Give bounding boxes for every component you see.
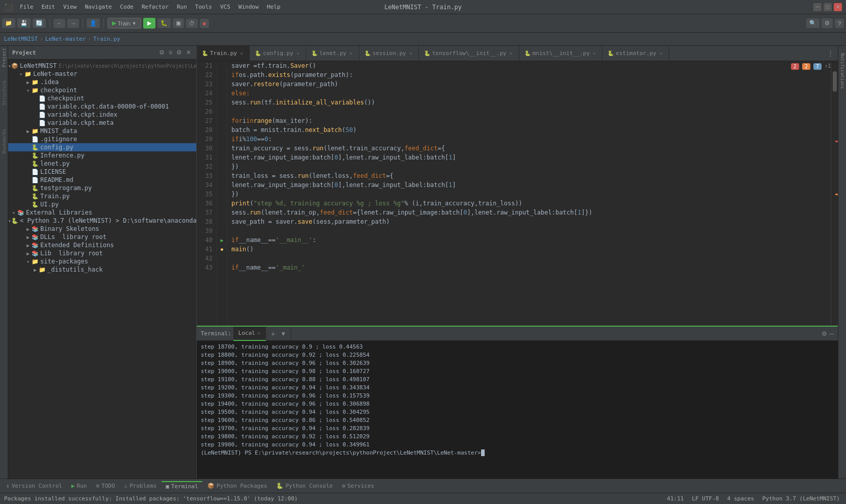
notifications-strip-label[interactable]: Notifications [840,53,845,89]
terminal-settings-btn[interactable]: ⚙ [822,330,827,337]
profile-button[interactable]: ⏱ [186,19,198,28]
toolbar-vcs-btn[interactable]: 👤 [87,18,100,28]
menu-refactor[interactable]: Refactor [139,3,172,11]
tree-item-ui-py[interactable]: 🐍 UI.py [8,200,196,208]
editor-scrollbar[interactable] [831,61,838,326]
menu-vcs[interactable]: VCS [217,3,233,11]
tab-close-lenet-py[interactable]: ✕ [349,50,354,57]
toolbar-forward-btn[interactable]: → [67,19,79,28]
tab-session-py[interactable]: 🐍 session.py ✕ [359,46,419,61]
run-config-button[interactable]: ▶ Train ▼ [108,18,141,29]
status-tool-problems[interactable]: ⚠ Problems [120,482,161,490]
terminal-tab-close[interactable]: ✕ [257,330,260,336]
tab-tensorflow-init-py[interactable]: 🐍 tensorflow\__init__.py ✕ [419,46,519,61]
tree-item-readme[interactable]: 📄 README.md [8,176,196,184]
breadcrumb-module[interactable]: LeNet-master [45,36,86,42]
sidebar-collapse-btn[interactable]: ≡ [168,48,173,57]
settings-button[interactable]: ⚙ [822,18,833,28]
terminal-dropdown-btn[interactable]: ▼ [280,330,286,337]
tree-item-distutils-hack[interactable]: ▶ 📁 _distutils_hack [8,266,196,274]
toolbar-sync-btn[interactable]: 🔄 [33,18,46,28]
tab-lenet-py[interactable]: 🐍 lenet.py ✕ [306,46,359,61]
maximize-button[interactable]: □ [824,3,832,11]
terminal-cursor[interactable] [481,449,485,456]
menu-view[interactable]: View [60,3,80,11]
terminal-tab-local[interactable]: Local ✕ [233,327,266,341]
code-editor[interactable]: saver = tf.train.Saver() if os.path.exis… [227,61,831,326]
menu-code[interactable]: Code [117,3,137,11]
terminal-output[interactable]: step 18700, training accuracy 0.9 ; loss… [197,341,838,479]
sidebar-close-btn[interactable]: ✕ [185,48,192,57]
status-tool-run[interactable]: ▶ Run [67,482,91,490]
stop-button[interactable]: ■ [200,19,209,28]
tab-config-py[interactable]: 🐍 config.py ✕ [250,46,306,61]
terminal-minimize-btn[interactable]: ─ [829,330,834,337]
tree-item-lenet-mnist[interactable]: ▾ 📦 LeNetMNIST E:\private\research\proje… [8,62,196,70]
tree-item-lenet-py[interactable]: 🐍 lenet.py [8,160,196,168]
sidebar-settings-btn[interactable]: ⚙ [175,48,183,57]
status-tool-console[interactable]: 🐍 Python Console [272,482,337,490]
tab-train-py[interactable]: 🐍 Train.py ✕ [197,46,250,61]
tree-item-extended-defs[interactable]: ▶ 📚 Extended Definitions [8,241,196,249]
menu-navigate[interactable]: Navigate [82,3,115,11]
tree-item-variable-index[interactable]: 📄 variable.ckpt.index [8,111,196,119]
close-button[interactable]: ✕ [834,3,842,11]
tab-close-tensorflow-init-py[interactable]: ✕ [509,50,514,57]
menu-edit[interactable]: Edit [39,3,59,11]
breadcrumb-file[interactable]: Train.py [93,36,120,42]
tree-item-gitignore[interactable]: 📄 .gitignore [8,135,196,143]
status-tool-services[interactable]: ⚙ Services [338,482,379,490]
tree-item-lib[interactable]: ▶ 📚 Lib library root [8,249,196,257]
status-tool-todo[interactable]: ≡ TODO [92,482,119,490]
tree-item-python37[interactable]: ▾ 🐍 < Python 3.7 (leNetMNIST) > D:\softw… [8,217,196,225]
tab-close-train-py[interactable]: ✕ [239,50,244,57]
tree-item-config-py[interactable]: 🐍 config.py [8,143,196,151]
tree-item-inference-py[interactable]: 🐍 Inference.py [8,151,196,160]
indent-indicator[interactable]: 4 spaces [725,495,756,502]
tab-close-config-py[interactable]: ✕ [296,50,301,57]
tab-overflow-btn[interactable]: ⋮ [825,48,836,58]
menu-help[interactable]: Help [264,3,284,11]
bookmarks-strip-label[interactable]: Bookmarks [2,129,7,154]
tab-estimator-py[interactable]: 🐍 estimator.py ✕ [602,46,669,61]
minimize-button[interactable]: ─ [813,3,822,11]
tree-item-binary-skeletons[interactable]: ▶ 📚 Binary Skeletons [8,225,196,233]
menu-run[interactable]: Run [174,3,190,11]
tree-item-checkpoint-file[interactable]: 📄 checkpoint [8,94,196,102]
toolbar-back-btn[interactable]: ← [54,19,65,28]
tree-item-site-packages[interactable]: ▾ 📁 site-packages [8,257,196,266]
status-tool-vcs[interactable]: ↕ Version Control [2,482,66,490]
status-tool-terminal[interactable]: ▣ Terminal [162,481,202,491]
tree-item-variable-data[interactable]: 📄 variable.ckpt.data-00000-of-00001 [8,102,196,111]
help-button[interactable]: ? [835,19,844,28]
tree-item-testprogram-py[interactable]: 🐍 testprogram.py [8,184,196,192]
run-button[interactable]: ▶ [143,18,155,29]
tree-item-variable-meta[interactable]: 📄 variable.ckpt.meta [8,119,196,127]
menu-tools[interactable]: Tools [192,3,215,11]
menu-window[interactable]: Window [235,3,262,11]
python-version-indicator[interactable]: Python 3.7 (LeNetMNIST) [760,495,842,502]
sidebar-gear-btn[interactable]: ⚙ [158,48,166,57]
breadcrumb-project[interactable]: LeNetMNIST [4,36,38,42]
tab-close-session-py[interactable]: ✕ [408,50,413,57]
structure-strip-label[interactable]: Structure [2,81,7,105]
encoding-indicator[interactable]: LF UTF-8 [690,495,721,502]
tree-item-license[interactable]: 📄 LICENSE [8,168,196,176]
tree-item-mnist-data[interactable]: ▶ 📁 MNIST_data [8,127,196,135]
tree-item-external-libs[interactable]: ▾ 📚 External Libraries [8,208,196,217]
search-button[interactable]: 🔍 [806,18,819,28]
tab-close-estimator-py[interactable]: ✕ [658,50,664,57]
line-col-indicator[interactable]: 41:11 [665,495,686,502]
status-tool-packages[interactable]: 📦 Python Packages [203,482,271,490]
debug-button[interactable]: 🐛 [157,18,171,28]
project-strip-label[interactable]: Project [2,48,7,67]
add-terminal-btn[interactable]: + [268,330,278,338]
tree-item-checkpoint-folder[interactable]: ▾ 📁 checkpoint [8,86,196,94]
coverage-button[interactable]: ▣ [173,18,184,28]
tree-item-lenet-master[interactable]: ▾ 📁 LeNet-master [8,70,196,78]
tab-mnist-init-py[interactable]: 🐍 mnist\__init__.py ✕ [519,46,603,61]
tree-item-idea[interactable]: ▶ 📁 .idea [8,78,196,86]
tree-item-dlls[interactable]: ▶ 📚 DLLs library root [8,233,196,241]
toolbar-open-btn[interactable]: 📁 [2,18,15,28]
tree-item-train-py[interactable]: 🐍 Train.py [8,192,196,200]
